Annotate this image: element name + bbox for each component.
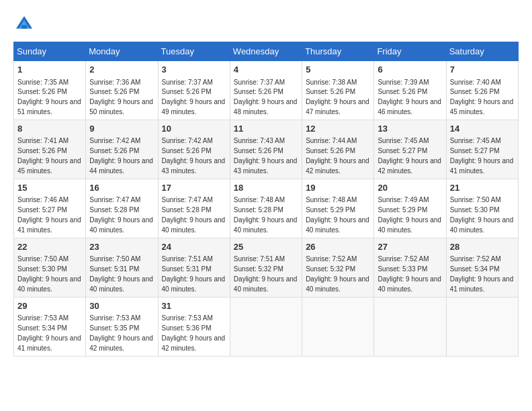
day-number: 11 xyxy=(234,123,298,135)
page-header xyxy=(13,13,519,35)
day-number: 28 xyxy=(450,241,515,253)
day-number: 12 xyxy=(306,123,370,135)
calendar-cell: 9 Sunrise: 7:42 AMSunset: 5:26 PMDayligh… xyxy=(86,120,158,179)
day-number: 21 xyxy=(450,182,515,194)
calendar-cell xyxy=(230,297,302,356)
calendar-cell: 29 Sunrise: 7:53 AMSunset: 5:34 PMDaylig… xyxy=(14,297,86,356)
calendar-cell: 4 Sunrise: 7:37 AMSunset: 5:26 PMDayligh… xyxy=(230,61,302,120)
day-number: 18 xyxy=(234,182,298,194)
day-info: Sunrise: 7:53 AMSunset: 5:35 PMDaylight:… xyxy=(89,314,153,352)
calendar-cell: 2 Sunrise: 7:36 AMSunset: 5:26 PMDayligh… xyxy=(86,61,158,120)
calendar-cell: 15 Sunrise: 7:46 AMSunset: 5:27 PMDaylig… xyxy=(14,179,86,238)
day-info: Sunrise: 7:53 AMSunset: 5:34 PMDaylight:… xyxy=(17,314,81,352)
day-info: Sunrise: 7:51 AMSunset: 5:32 PMDaylight:… xyxy=(234,255,298,293)
calendar-cell: 27 Sunrise: 7:52 AMSunset: 5:33 PMDaylig… xyxy=(374,238,446,297)
calendar-cell: 6 Sunrise: 7:39 AMSunset: 5:26 PMDayligh… xyxy=(374,61,446,120)
day-number: 24 xyxy=(162,241,226,253)
logo-icon xyxy=(13,13,35,35)
day-info: Sunrise: 7:42 AMSunset: 5:26 PMDaylight:… xyxy=(89,137,153,175)
day-info: Sunrise: 7:42 AMSunset: 5:26 PMDaylight:… xyxy=(162,137,226,175)
day-number: 30 xyxy=(89,300,154,312)
day-number: 29 xyxy=(17,300,82,312)
calendar-cell: 31 Sunrise: 7:53 AMSunset: 5:36 PMDaylig… xyxy=(158,297,230,356)
day-info: Sunrise: 7:44 AMSunset: 5:26 PMDaylight:… xyxy=(306,137,369,175)
logo xyxy=(13,13,38,35)
day-number: 5 xyxy=(306,64,370,76)
svg-rect-2 xyxy=(21,26,27,29)
day-number: 15 xyxy=(17,182,82,194)
calendar-cell: 14 Sunrise: 7:45 AMSunset: 5:27 PMDaylig… xyxy=(446,120,518,179)
calendar-cell: 16 Sunrise: 7:47 AMSunset: 5:28 PMDaylig… xyxy=(86,179,158,238)
day-info: Sunrise: 7:47 AMSunset: 5:28 PMDaylight:… xyxy=(89,196,153,234)
calendar-cell xyxy=(446,297,518,356)
day-info: Sunrise: 7:46 AMSunset: 5:27 PMDaylight:… xyxy=(17,196,81,234)
day-info: Sunrise: 7:43 AMSunset: 5:26 PMDaylight:… xyxy=(234,137,298,175)
col-header-thursday: Thursday xyxy=(302,42,374,61)
col-header-tuesday: Tuesday xyxy=(158,42,230,61)
calendar-cell: 17 Sunrise: 7:47 AMSunset: 5:28 PMDaylig… xyxy=(158,179,230,238)
day-info: Sunrise: 7:47 AMSunset: 5:28 PMDaylight:… xyxy=(162,196,226,234)
calendar-cell: 1 Sunrise: 7:35 AMSunset: 5:26 PMDayligh… xyxy=(14,61,86,120)
day-number: 3 xyxy=(162,64,226,76)
calendar-cell: 18 Sunrise: 7:48 AMSunset: 5:28 PMDaylig… xyxy=(230,179,302,238)
calendar-cell: 7 Sunrise: 7:40 AMSunset: 5:26 PMDayligh… xyxy=(446,61,518,120)
day-number: 7 xyxy=(450,64,515,76)
calendar-cell: 25 Sunrise: 7:51 AMSunset: 5:32 PMDaylig… xyxy=(230,238,302,297)
calendar-cell: 3 Sunrise: 7:37 AMSunset: 5:26 PMDayligh… xyxy=(158,61,230,120)
calendar-cell: 28 Sunrise: 7:52 AMSunset: 5:34 PMDaylig… xyxy=(446,238,518,297)
col-header-wednesday: Wednesday xyxy=(230,42,302,61)
calendar-cell xyxy=(374,297,446,356)
day-number: 10 xyxy=(162,123,226,135)
day-info: Sunrise: 7:49 AMSunset: 5:29 PMDaylight:… xyxy=(378,196,441,234)
day-number: 13 xyxy=(378,123,442,135)
calendar-cell: 23 Sunrise: 7:50 AMSunset: 5:31 PMDaylig… xyxy=(86,238,158,297)
day-info: Sunrise: 7:45 AMSunset: 5:27 PMDaylight:… xyxy=(378,137,441,175)
day-number: 19 xyxy=(306,182,370,194)
day-number: 1 xyxy=(17,64,82,76)
day-info: Sunrise: 7:52 AMSunset: 5:34 PMDaylight:… xyxy=(450,255,514,293)
day-number: 2 xyxy=(89,64,154,76)
calendar-week-4: 22 Sunrise: 7:50 AMSunset: 5:30 PMDaylig… xyxy=(14,238,519,297)
day-number: 14 xyxy=(450,123,515,135)
day-number: 8 xyxy=(17,123,82,135)
calendar-header-row: SundayMondayTuesdayWednesdayThursdayFrid… xyxy=(14,42,519,61)
col-header-monday: Monday xyxy=(86,42,158,61)
day-info: Sunrise: 7:39 AMSunset: 5:26 PMDaylight:… xyxy=(378,79,441,116)
day-number: 9 xyxy=(89,123,154,135)
day-info: Sunrise: 7:48 AMSunset: 5:29 PMDaylight:… xyxy=(306,196,369,234)
day-info: Sunrise: 7:41 AMSunset: 5:26 PMDaylight:… xyxy=(17,137,81,175)
day-info: Sunrise: 7:52 AMSunset: 5:32 PMDaylight:… xyxy=(306,255,369,293)
calendar-cell: 12 Sunrise: 7:44 AMSunset: 5:26 PMDaylig… xyxy=(302,120,374,179)
day-info: Sunrise: 7:45 AMSunset: 5:27 PMDaylight:… xyxy=(450,137,514,175)
calendar-cell: 24 Sunrise: 7:51 AMSunset: 5:31 PMDaylig… xyxy=(158,238,230,297)
day-info: Sunrise: 7:40 AMSunset: 5:26 PMDaylight:… xyxy=(450,79,514,116)
day-number: 23 xyxy=(89,241,154,253)
day-info: Sunrise: 7:50 AMSunset: 5:30 PMDaylight:… xyxy=(17,255,81,293)
day-info: Sunrise: 7:36 AMSunset: 5:26 PMDaylight:… xyxy=(89,79,153,116)
calendar-cell: 22 Sunrise: 7:50 AMSunset: 5:30 PMDaylig… xyxy=(14,238,86,297)
day-info: Sunrise: 7:52 AMSunset: 5:33 PMDaylight:… xyxy=(378,255,441,293)
calendar-cell: 10 Sunrise: 7:42 AMSunset: 5:26 PMDaylig… xyxy=(158,120,230,179)
day-number: 20 xyxy=(378,182,442,194)
day-info: Sunrise: 7:50 AMSunset: 5:30 PMDaylight:… xyxy=(450,196,514,234)
calendar-cell: 30 Sunrise: 7:53 AMSunset: 5:35 PMDaylig… xyxy=(86,297,158,356)
calendar-week-1: 1 Sunrise: 7:35 AMSunset: 5:26 PMDayligh… xyxy=(14,61,519,120)
day-number: 26 xyxy=(306,241,370,253)
day-number: 27 xyxy=(378,241,442,253)
day-number: 25 xyxy=(234,241,298,253)
day-info: Sunrise: 7:48 AMSunset: 5:28 PMDaylight:… xyxy=(234,196,298,234)
day-number: 6 xyxy=(378,64,442,76)
calendar-week-2: 8 Sunrise: 7:41 AMSunset: 5:26 PMDayligh… xyxy=(14,120,519,179)
calendar-week-3: 15 Sunrise: 7:46 AMSunset: 5:27 PMDaylig… xyxy=(14,179,519,238)
col-header-saturday: Saturday xyxy=(446,42,518,61)
day-number: 22 xyxy=(17,241,82,253)
calendar-week-5: 29 Sunrise: 7:53 AMSunset: 5:34 PMDaylig… xyxy=(14,297,519,356)
calendar-cell: 20 Sunrise: 7:49 AMSunset: 5:29 PMDaylig… xyxy=(374,179,446,238)
day-info: Sunrise: 7:35 AMSunset: 5:26 PMDaylight:… xyxy=(17,79,81,116)
calendar-cell: 19 Sunrise: 7:48 AMSunset: 5:29 PMDaylig… xyxy=(302,179,374,238)
calendar-cell: 26 Sunrise: 7:52 AMSunset: 5:32 PMDaylig… xyxy=(302,238,374,297)
calendar-cell xyxy=(302,297,374,356)
calendar-cell: 8 Sunrise: 7:41 AMSunset: 5:26 PMDayligh… xyxy=(14,120,86,179)
day-number: 4 xyxy=(234,64,298,76)
day-info: Sunrise: 7:37 AMSunset: 5:26 PMDaylight:… xyxy=(234,79,298,116)
